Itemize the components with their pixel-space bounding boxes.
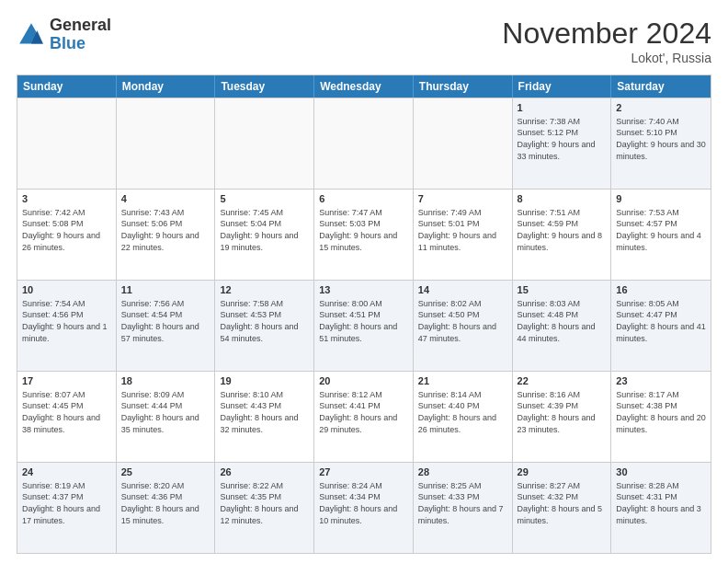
- header-monday: Monday: [117, 75, 216, 98]
- cell-row0-col4: [414, 98, 513, 189]
- day-number-23: 23: [616, 374, 706, 388]
- cell-info-11: Sunrise: 7:56 AM Sunset: 4:54 PM Dayligh…: [121, 298, 210, 344]
- cell-info-26: Sunrise: 8:22 AM Sunset: 4:35 PM Dayligh…: [220, 480, 309, 526]
- cell-row4-col3: 27Sunrise: 8:24 AM Sunset: 4:34 PM Dayli…: [314, 463, 414, 553]
- cell-info-18: Sunrise: 8:09 AM Sunset: 4:44 PM Dayligh…: [121, 389, 210, 435]
- cell-info-23: Sunrise: 8:17 AM Sunset: 4:38 PM Dayligh…: [616, 389, 706, 435]
- cell-info-2: Sunrise: 7:40 AM Sunset: 5:10 PM Dayligh…: [616, 116, 706, 162]
- calendar-row-0: 1Sunrise: 7:38 AM Sunset: 5:12 PM Daylig…: [17, 98, 711, 189]
- day-number-16: 16: [616, 283, 706, 297]
- cell-info-30: Sunrise: 8:28 AM Sunset: 4:31 PM Dayligh…: [616, 480, 706, 526]
- day-number-22: 22: [518, 374, 607, 388]
- day-number-2: 2: [616, 101, 706, 115]
- cell-row1-col0: 3Sunrise: 7:42 AM Sunset: 5:08 PM Daylig…: [17, 190, 117, 280]
- day-number-25: 25: [121, 465, 210, 479]
- cell-row1-col5: 8Sunrise: 7:51 AM Sunset: 4:59 PM Daylig…: [513, 190, 612, 280]
- header-thursday: Thursday: [414, 75, 513, 98]
- calendar-body: 1Sunrise: 7:38 AM Sunset: 5:12 PM Daylig…: [17, 98, 711, 553]
- cell-info-12: Sunrise: 7:58 AM Sunset: 4:53 PM Dayligh…: [220, 298, 309, 344]
- logo-icon: [17, 20, 46, 50]
- cell-row0-col6: 2Sunrise: 7:40 AM Sunset: 5:10 PM Daylig…: [611, 98, 711, 189]
- day-number-19: 19: [220, 374, 309, 388]
- cell-info-10: Sunrise: 7:54 AM Sunset: 4:56 PM Dayligh…: [22, 298, 111, 344]
- cell-info-17: Sunrise: 8:07 AM Sunset: 4:45 PM Dayligh…: [22, 389, 111, 435]
- calendar: Sunday Monday Tuesday Wednesday Thursday…: [17, 75, 711, 554]
- cell-info-5: Sunrise: 7:45 AM Sunset: 5:04 PM Dayligh…: [220, 207, 309, 253]
- cell-row2-col1: 11Sunrise: 7:56 AM Sunset: 4:54 PM Dayli…: [117, 281, 216, 371]
- cell-row4-col4: 28Sunrise: 8:25 AM Sunset: 4:33 PM Dayli…: [414, 463, 513, 553]
- cell-row1-col2: 5Sunrise: 7:45 AM Sunset: 5:04 PM Daylig…: [215, 190, 314, 280]
- cell-info-16: Sunrise: 8:05 AM Sunset: 4:47 PM Dayligh…: [616, 298, 706, 344]
- page: General Blue November 2024 Lokot', Russi…: [0, 0, 728, 563]
- cell-row1-col4: 7Sunrise: 7:49 AM Sunset: 5:01 PM Daylig…: [414, 190, 513, 280]
- cell-row3-col1: 18Sunrise: 8:09 AM Sunset: 4:44 PM Dayli…: [117, 372, 216, 462]
- cell-row0-col3: [314, 98, 414, 189]
- day-number-7: 7: [418, 192, 507, 206]
- day-number-18: 18: [121, 374, 210, 388]
- cell-info-22: Sunrise: 8:16 AM Sunset: 4:39 PM Dayligh…: [518, 389, 607, 435]
- day-number-8: 8: [518, 192, 607, 206]
- cell-info-21: Sunrise: 8:14 AM Sunset: 4:40 PM Dayligh…: [418, 389, 507, 435]
- day-number-11: 11: [121, 283, 210, 297]
- cell-info-28: Sunrise: 8:25 AM Sunset: 4:33 PM Dayligh…: [418, 480, 507, 526]
- logo-text: General Blue: [50, 17, 111, 53]
- cell-info-24: Sunrise: 8:19 AM Sunset: 4:37 PM Dayligh…: [22, 480, 111, 526]
- day-number-13: 13: [319, 283, 408, 297]
- day-number-3: 3: [22, 192, 111, 206]
- cell-row4-col1: 25Sunrise: 8:20 AM Sunset: 4:36 PM Dayli…: [117, 463, 216, 553]
- day-number-12: 12: [220, 283, 309, 297]
- cell-row0-col2: [215, 98, 314, 189]
- day-number-6: 6: [319, 192, 408, 206]
- cell-row2-col3: 13Sunrise: 8:00 AM Sunset: 4:51 PM Dayli…: [314, 281, 414, 371]
- cell-row2-col2: 12Sunrise: 7:58 AM Sunset: 4:53 PM Dayli…: [215, 281, 314, 371]
- cell-info-19: Sunrise: 8:10 AM Sunset: 4:43 PM Dayligh…: [220, 389, 309, 435]
- cell-row2-col4: 14Sunrise: 8:02 AM Sunset: 4:50 PM Dayli…: [414, 281, 513, 371]
- title-block: November 2024 Lokot', Russia: [502, 17, 711, 65]
- logo-general-text: General: [50, 17, 111, 35]
- day-number-1: 1: [518, 101, 607, 115]
- day-number-5: 5: [220, 192, 309, 206]
- day-number-9: 9: [616, 192, 706, 206]
- day-number-20: 20: [319, 374, 408, 388]
- cell-row1-col6: 9Sunrise: 7:53 AM Sunset: 4:57 PM Daylig…: [611, 190, 711, 280]
- cell-row4-col0: 24Sunrise: 8:19 AM Sunset: 4:37 PM Dayli…: [17, 463, 117, 553]
- cell-info-7: Sunrise: 7:49 AM Sunset: 5:01 PM Dayligh…: [418, 207, 507, 253]
- cell-info-8: Sunrise: 7:51 AM Sunset: 4:59 PM Dayligh…: [518, 207, 607, 253]
- cell-row3-col5: 22Sunrise: 8:16 AM Sunset: 4:39 PM Dayli…: [513, 372, 612, 462]
- cell-row3-col6: 23Sunrise: 8:17 AM Sunset: 4:38 PM Dayli…: [611, 372, 711, 462]
- cell-info-9: Sunrise: 7:53 AM Sunset: 4:57 PM Dayligh…: [616, 207, 706, 253]
- day-number-28: 28: [418, 465, 507, 479]
- header-sunday: Sunday: [17, 75, 117, 98]
- calendar-row-1: 3Sunrise: 7:42 AM Sunset: 5:08 PM Daylig…: [17, 189, 711, 280]
- calendar-header: Sunday Monday Tuesday Wednesday Thursday…: [17, 75, 711, 98]
- cell-info-13: Sunrise: 8:00 AM Sunset: 4:51 PM Dayligh…: [319, 298, 408, 344]
- cell-info-6: Sunrise: 7:47 AM Sunset: 5:03 PM Dayligh…: [319, 207, 408, 253]
- cell-row0-col1: [117, 98, 216, 189]
- cell-info-25: Sunrise: 8:20 AM Sunset: 4:36 PM Dayligh…: [121, 480, 210, 526]
- cell-row3-col2: 19Sunrise: 8:10 AM Sunset: 4:43 PM Dayli…: [215, 372, 314, 462]
- cell-row0-col5: 1Sunrise: 7:38 AM Sunset: 5:12 PM Daylig…: [513, 98, 612, 189]
- header-wednesday: Wednesday: [314, 75, 414, 98]
- day-number-21: 21: [418, 374, 507, 388]
- cell-info-1: Sunrise: 7:38 AM Sunset: 5:12 PM Dayligh…: [518, 116, 607, 162]
- day-number-26: 26: [220, 465, 309, 479]
- calendar-subtitle: Lokot', Russia: [502, 51, 711, 65]
- cell-info-3: Sunrise: 7:42 AM Sunset: 5:08 PM Dayligh…: [22, 207, 111, 253]
- header-saturday: Saturday: [611, 75, 711, 98]
- calendar-row-2: 10Sunrise: 7:54 AM Sunset: 4:56 PM Dayli…: [17, 280, 711, 371]
- cell-row2-col5: 15Sunrise: 8:03 AM Sunset: 4:48 PM Dayli…: [513, 281, 612, 371]
- cell-row3-col3: 20Sunrise: 8:12 AM Sunset: 4:41 PM Dayli…: [314, 372, 414, 462]
- header-friday: Friday: [513, 75, 612, 98]
- cell-row2-col0: 10Sunrise: 7:54 AM Sunset: 4:56 PM Dayli…: [17, 281, 117, 371]
- cell-row0-col0: [17, 98, 117, 189]
- calendar-title: November 2024: [502, 17, 711, 51]
- day-number-17: 17: [22, 374, 111, 388]
- cell-info-15: Sunrise: 8:03 AM Sunset: 4:48 PM Dayligh…: [518, 298, 607, 344]
- cell-row1-col3: 6Sunrise: 7:47 AM Sunset: 5:03 PM Daylig…: [314, 190, 414, 280]
- cell-info-27: Sunrise: 8:24 AM Sunset: 4:34 PM Dayligh…: [319, 480, 408, 526]
- header-tuesday: Tuesday: [215, 75, 314, 98]
- cell-info-20: Sunrise: 8:12 AM Sunset: 4:41 PM Dayligh…: [319, 389, 408, 435]
- cell-row3-col4: 21Sunrise: 8:14 AM Sunset: 4:40 PM Dayli…: [414, 372, 513, 462]
- cell-row3-col0: 17Sunrise: 8:07 AM Sunset: 4:45 PM Dayli…: [17, 372, 117, 462]
- day-number-30: 30: [616, 465, 706, 479]
